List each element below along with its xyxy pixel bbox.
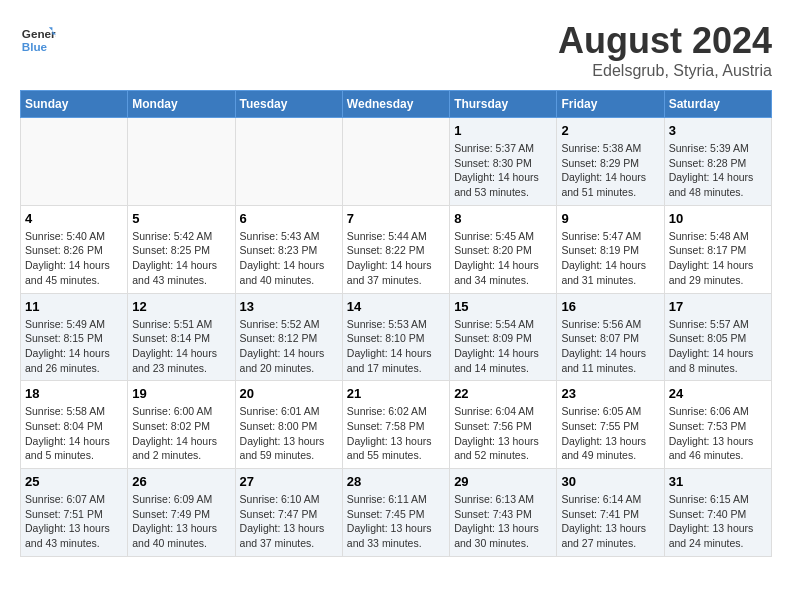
day-header-monday: Monday	[128, 91, 235, 118]
calendar-cell: 25Sunrise: 6:07 AM Sunset: 7:51 PM Dayli…	[21, 469, 128, 557]
day-info: Sunrise: 5:44 AM Sunset: 8:22 PM Dayligh…	[347, 229, 445, 288]
calendar-cell: 3Sunrise: 5:39 AM Sunset: 8:28 PM Daylig…	[664, 118, 771, 206]
calendar-cell: 8Sunrise: 5:45 AM Sunset: 8:20 PM Daylig…	[450, 205, 557, 293]
calendar-cell: 31Sunrise: 6:15 AM Sunset: 7:40 PM Dayli…	[664, 469, 771, 557]
day-number: 3	[669, 123, 767, 138]
calendar-week-3: 18Sunrise: 5:58 AM Sunset: 8:04 PM Dayli…	[21, 381, 772, 469]
title-block: August 2024 Edelsgrub, Styria, Austria	[558, 20, 772, 80]
calendar-cell: 28Sunrise: 6:11 AM Sunset: 7:45 PM Dayli…	[342, 469, 449, 557]
day-number: 8	[454, 211, 552, 226]
day-info: Sunrise: 6:00 AM Sunset: 8:02 PM Dayligh…	[132, 404, 230, 463]
calendar-week-2: 11Sunrise: 5:49 AM Sunset: 8:15 PM Dayli…	[21, 293, 772, 381]
day-info: Sunrise: 5:39 AM Sunset: 8:28 PM Dayligh…	[669, 141, 767, 200]
day-info: Sunrise: 5:38 AM Sunset: 8:29 PM Dayligh…	[561, 141, 659, 200]
calendar-cell: 16Sunrise: 5:56 AM Sunset: 8:07 PM Dayli…	[557, 293, 664, 381]
day-number: 22	[454, 386, 552, 401]
day-number: 29	[454, 474, 552, 489]
day-number: 6	[240, 211, 338, 226]
day-number: 31	[669, 474, 767, 489]
day-info: Sunrise: 6:07 AM Sunset: 7:51 PM Dayligh…	[25, 492, 123, 551]
calendar-cell: 17Sunrise: 5:57 AM Sunset: 8:05 PM Dayli…	[664, 293, 771, 381]
day-number: 13	[240, 299, 338, 314]
day-info: Sunrise: 6:10 AM Sunset: 7:47 PM Dayligh…	[240, 492, 338, 551]
day-number: 17	[669, 299, 767, 314]
calendar-week-0: 1Sunrise: 5:37 AM Sunset: 8:30 PM Daylig…	[21, 118, 772, 206]
day-info: Sunrise: 6:15 AM Sunset: 7:40 PM Dayligh…	[669, 492, 767, 551]
calendar-cell: 5Sunrise: 5:42 AM Sunset: 8:25 PM Daylig…	[128, 205, 235, 293]
calendar-cell: 20Sunrise: 6:01 AM Sunset: 8:00 PM Dayli…	[235, 381, 342, 469]
calendar-cell: 10Sunrise: 5:48 AM Sunset: 8:17 PM Dayli…	[664, 205, 771, 293]
day-number: 16	[561, 299, 659, 314]
day-info: Sunrise: 6:02 AM Sunset: 7:58 PM Dayligh…	[347, 404, 445, 463]
calendar-week-4: 25Sunrise: 6:07 AM Sunset: 7:51 PM Dayli…	[21, 469, 772, 557]
day-info: Sunrise: 5:49 AM Sunset: 8:15 PM Dayligh…	[25, 317, 123, 376]
calendar-cell: 24Sunrise: 6:06 AM Sunset: 7:53 PM Dayli…	[664, 381, 771, 469]
page-subtitle: Edelsgrub, Styria, Austria	[558, 62, 772, 80]
calendar-cell: 18Sunrise: 5:58 AM Sunset: 8:04 PM Dayli…	[21, 381, 128, 469]
calendar-header: SundayMondayTuesdayWednesdayThursdayFrid…	[21, 91, 772, 118]
day-number: 10	[669, 211, 767, 226]
day-info: Sunrise: 5:37 AM Sunset: 8:30 PM Dayligh…	[454, 141, 552, 200]
day-info: Sunrise: 6:14 AM Sunset: 7:41 PM Dayligh…	[561, 492, 659, 551]
day-number: 23	[561, 386, 659, 401]
day-info: Sunrise: 5:40 AM Sunset: 8:26 PM Dayligh…	[25, 229, 123, 288]
calendar-cell: 23Sunrise: 6:05 AM Sunset: 7:55 PM Dayli…	[557, 381, 664, 469]
day-number: 18	[25, 386, 123, 401]
day-info: Sunrise: 6:09 AM Sunset: 7:49 PM Dayligh…	[132, 492, 230, 551]
day-header-thursday: Thursday	[450, 91, 557, 118]
logo-icon: General Blue	[20, 20, 56, 56]
calendar-cell: 9Sunrise: 5:47 AM Sunset: 8:19 PM Daylig…	[557, 205, 664, 293]
day-number: 28	[347, 474, 445, 489]
day-info: Sunrise: 6:05 AM Sunset: 7:55 PM Dayligh…	[561, 404, 659, 463]
calendar-cell: 29Sunrise: 6:13 AM Sunset: 7:43 PM Dayli…	[450, 469, 557, 557]
calendar-cell	[128, 118, 235, 206]
calendar-cell: 14Sunrise: 5:53 AM Sunset: 8:10 PM Dayli…	[342, 293, 449, 381]
day-number: 7	[347, 211, 445, 226]
calendar-week-1: 4Sunrise: 5:40 AM Sunset: 8:26 PM Daylig…	[21, 205, 772, 293]
calendar-cell: 7Sunrise: 5:44 AM Sunset: 8:22 PM Daylig…	[342, 205, 449, 293]
day-number: 4	[25, 211, 123, 226]
calendar-cell: 11Sunrise: 5:49 AM Sunset: 8:15 PM Dayli…	[21, 293, 128, 381]
day-info: Sunrise: 5:51 AM Sunset: 8:14 PM Dayligh…	[132, 317, 230, 376]
calendar-cell: 15Sunrise: 5:54 AM Sunset: 8:09 PM Dayli…	[450, 293, 557, 381]
day-number: 27	[240, 474, 338, 489]
day-info: Sunrise: 5:47 AM Sunset: 8:19 PM Dayligh…	[561, 229, 659, 288]
day-number: 24	[669, 386, 767, 401]
logo: General Blue	[20, 20, 56, 56]
day-number: 25	[25, 474, 123, 489]
day-number: 5	[132, 211, 230, 226]
day-info: Sunrise: 5:54 AM Sunset: 8:09 PM Dayligh…	[454, 317, 552, 376]
day-number: 19	[132, 386, 230, 401]
day-info: Sunrise: 5:53 AM Sunset: 8:10 PM Dayligh…	[347, 317, 445, 376]
day-info: Sunrise: 5:57 AM Sunset: 8:05 PM Dayligh…	[669, 317, 767, 376]
calendar-cell	[235, 118, 342, 206]
calendar-cell: 12Sunrise: 5:51 AM Sunset: 8:14 PM Dayli…	[128, 293, 235, 381]
day-info: Sunrise: 6:13 AM Sunset: 7:43 PM Dayligh…	[454, 492, 552, 551]
calendar-cell: 30Sunrise: 6:14 AM Sunset: 7:41 PM Dayli…	[557, 469, 664, 557]
day-info: Sunrise: 5:48 AM Sunset: 8:17 PM Dayligh…	[669, 229, 767, 288]
calendar-cell	[21, 118, 128, 206]
calendar-cell: 22Sunrise: 6:04 AM Sunset: 7:56 PM Dayli…	[450, 381, 557, 469]
page-header: General Blue August 2024 Edelsgrub, Styr…	[20, 20, 772, 80]
day-number: 2	[561, 123, 659, 138]
calendar-cell: 26Sunrise: 6:09 AM Sunset: 7:49 PM Dayli…	[128, 469, 235, 557]
calendar-cell: 19Sunrise: 6:00 AM Sunset: 8:02 PM Dayli…	[128, 381, 235, 469]
day-number: 11	[25, 299, 123, 314]
calendar-cell: 4Sunrise: 5:40 AM Sunset: 8:26 PM Daylig…	[21, 205, 128, 293]
calendar-cell: 6Sunrise: 5:43 AM Sunset: 8:23 PM Daylig…	[235, 205, 342, 293]
calendar-table: SundayMondayTuesdayWednesdayThursdayFrid…	[20, 90, 772, 557]
calendar-cell: 21Sunrise: 6:02 AM Sunset: 7:58 PM Dayli…	[342, 381, 449, 469]
day-header-wednesday: Wednesday	[342, 91, 449, 118]
day-info: Sunrise: 5:52 AM Sunset: 8:12 PM Dayligh…	[240, 317, 338, 376]
calendar-cell: 2Sunrise: 5:38 AM Sunset: 8:29 PM Daylig…	[557, 118, 664, 206]
day-number: 9	[561, 211, 659, 226]
day-info: Sunrise: 5:43 AM Sunset: 8:23 PM Dayligh…	[240, 229, 338, 288]
calendar-cell	[342, 118, 449, 206]
day-info: Sunrise: 6:01 AM Sunset: 8:00 PM Dayligh…	[240, 404, 338, 463]
day-number: 1	[454, 123, 552, 138]
calendar-body: 1Sunrise: 5:37 AM Sunset: 8:30 PM Daylig…	[21, 118, 772, 557]
calendar-cell: 1Sunrise: 5:37 AM Sunset: 8:30 PM Daylig…	[450, 118, 557, 206]
day-header-friday: Friday	[557, 91, 664, 118]
day-info: Sunrise: 5:45 AM Sunset: 8:20 PM Dayligh…	[454, 229, 552, 288]
day-number: 26	[132, 474, 230, 489]
